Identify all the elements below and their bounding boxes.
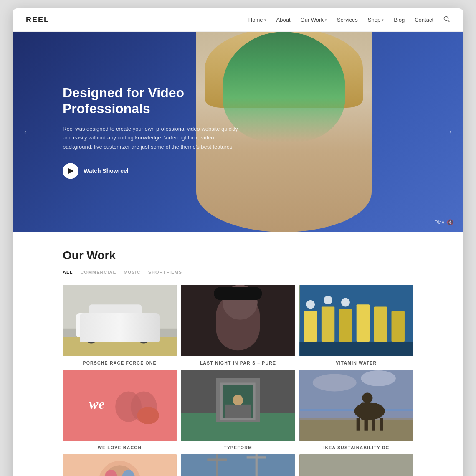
work-label: WE LOVE BACON xyxy=(98,445,142,450)
our-work-section: Our Work ALL COMMERCIAL MUSIC SHORTFILMS xyxy=(13,232,463,476)
work-thumbnail-pink: we xyxy=(63,370,177,441)
page-wrapper: REEL Home ▾ About Our Work ▾ Services Sh… xyxy=(13,8,463,476)
work-item[interactable] xyxy=(299,454,413,476)
nav-item-shop[interactable]: Shop ▾ xyxy=(368,17,384,23)
svg-rect-19 xyxy=(339,309,352,342)
nav-item-home[interactable]: Home ▾ xyxy=(248,17,266,23)
section-title: Our Work xyxy=(63,249,413,262)
svg-point-40 xyxy=(313,374,357,391)
logo[interactable]: REEL xyxy=(26,15,49,24)
chevron-down-icon: ▾ xyxy=(382,18,384,22)
svg-rect-50 xyxy=(380,418,383,430)
navigation: Home ▾ About Our Work ▾ Services Shop ▾ … xyxy=(248,16,450,24)
svg-rect-59 xyxy=(216,454,218,476)
svg-text:we: we xyxy=(89,396,104,412)
svg-rect-62 xyxy=(247,456,266,458)
svg-point-46 xyxy=(362,392,372,403)
svg-rect-3 xyxy=(63,337,176,356)
nav-item-services[interactable]: Services xyxy=(337,17,358,23)
work-thumbnail-row3a xyxy=(63,454,177,476)
work-thumbnail-car xyxy=(63,285,177,356)
svg-rect-47 xyxy=(356,418,360,430)
nav-item-about[interactable]: About xyxy=(276,17,291,23)
work-item[interactable] xyxy=(181,454,295,476)
work-item[interactable]: IKEA SUSTAINABILITY DC xyxy=(299,370,413,450)
filter-tab-shortfilms[interactable]: SHORTFILMS xyxy=(148,270,182,275)
work-item[interactable]: we WE LOVE BACON xyxy=(63,370,177,450)
svg-rect-20 xyxy=(356,304,369,342)
work-item[interactable]: LAST NIGHT IN PARIS – PURE xyxy=(181,285,295,365)
work-thumbnail-portrait xyxy=(181,285,295,356)
speaker-icon: 🔇 xyxy=(447,219,453,225)
svg-point-23 xyxy=(306,300,315,309)
svg-rect-18 xyxy=(321,306,334,342)
filter-tabs: ALL COMMERCIAL MUSIC SHORTFILMS xyxy=(63,270,413,275)
svg-point-44 xyxy=(354,402,385,420)
svg-rect-60 xyxy=(208,458,227,461)
svg-rect-6 xyxy=(89,304,142,317)
svg-point-9 xyxy=(137,329,151,344)
svg-point-37 xyxy=(233,395,243,405)
nav-item-ourwork[interactable]: Our Work ▾ xyxy=(301,17,327,23)
filter-tab-all[interactable]: ALL xyxy=(63,270,73,275)
svg-point-24 xyxy=(324,296,332,304)
filter-tab-commercial[interactable]: COMMERCIAL xyxy=(80,270,116,275)
work-thumbnail-room xyxy=(181,370,295,441)
svg-rect-39 xyxy=(299,370,413,409)
svg-rect-22 xyxy=(391,311,404,342)
filter-tab-music[interactable]: MUSIC xyxy=(124,270,140,275)
work-thumbnail-row3b xyxy=(181,454,295,476)
svg-rect-21 xyxy=(374,306,387,342)
svg-rect-70 xyxy=(299,454,413,476)
svg-point-41 xyxy=(361,370,396,386)
svg-rect-48 xyxy=(364,418,367,430)
work-item[interactable] xyxy=(63,454,177,476)
work-label: PORSCHE RACE FORCE ONE xyxy=(83,360,156,365)
work-item[interactable]: PORSCHE RACE FORCE ONE xyxy=(63,285,177,365)
play-label: Play xyxy=(435,220,444,225)
nav-item-blog[interactable]: Blog xyxy=(394,17,405,23)
work-thumbnail-gym xyxy=(299,285,413,356)
svg-point-10 xyxy=(140,333,147,340)
hero-title: Designed for Video Professionals xyxy=(63,85,263,117)
work-label: TYPEFORM xyxy=(224,445,252,450)
nav-item-contact[interactable]: Contact xyxy=(415,17,433,23)
play-icon[interactable] xyxy=(63,163,78,179)
chevron-down-icon: ▾ xyxy=(325,18,327,22)
hero-prev-button[interactable]: ← xyxy=(19,123,35,141)
search-icon[interactable] xyxy=(443,16,450,24)
svg-rect-16 xyxy=(299,342,413,356)
hero-next-button[interactable]: → xyxy=(441,123,457,141)
svg-point-30 xyxy=(137,407,159,424)
svg-rect-5 xyxy=(76,313,155,337)
svg-rect-14 xyxy=(214,287,262,300)
chevron-down-icon: ▾ xyxy=(264,18,266,22)
work-label: LAST NIGHT IN PARIS – PURE xyxy=(200,360,276,365)
hero-section: ← → Designed for Video Professionals Ree… xyxy=(13,32,463,232)
svg-point-8 xyxy=(88,333,95,340)
svg-rect-17 xyxy=(304,311,317,342)
hero-content: Designed for Video Professionals Reel wa… xyxy=(63,85,263,179)
svg-rect-45 xyxy=(361,402,370,420)
svg-rect-57 xyxy=(181,454,295,476)
svg-rect-36 xyxy=(225,405,251,418)
work-label: VITAMIN WATER xyxy=(336,360,377,365)
svg-point-25 xyxy=(341,298,350,306)
work-grid: PORSCHE RACE FORCE ONE LAST NIGHT IN PAR… xyxy=(63,285,413,476)
hero-cta-label: Watch Showreel xyxy=(84,168,129,175)
hero-description: Reel was designed to create your own pro… xyxy=(63,124,238,151)
work-item[interactable]: TYPEFORM xyxy=(181,370,295,450)
header: REEL Home ▾ About Our Work ▾ Services Sh… xyxy=(13,8,463,32)
work-item[interactable]: VITAMIN WATER xyxy=(299,285,413,365)
work-thumbnail-horse xyxy=(299,370,413,441)
hero-cta-button[interactable]: Watch Showreel xyxy=(63,163,263,179)
hero-playbar[interactable]: Play 🔇 xyxy=(435,219,453,225)
svg-line-1 xyxy=(448,20,450,22)
svg-point-7 xyxy=(84,329,99,344)
work-thumbnail-row3c xyxy=(299,454,413,476)
work-label: IKEA SUSTAINABILITY DC xyxy=(323,445,389,450)
svg-rect-49 xyxy=(372,418,375,430)
